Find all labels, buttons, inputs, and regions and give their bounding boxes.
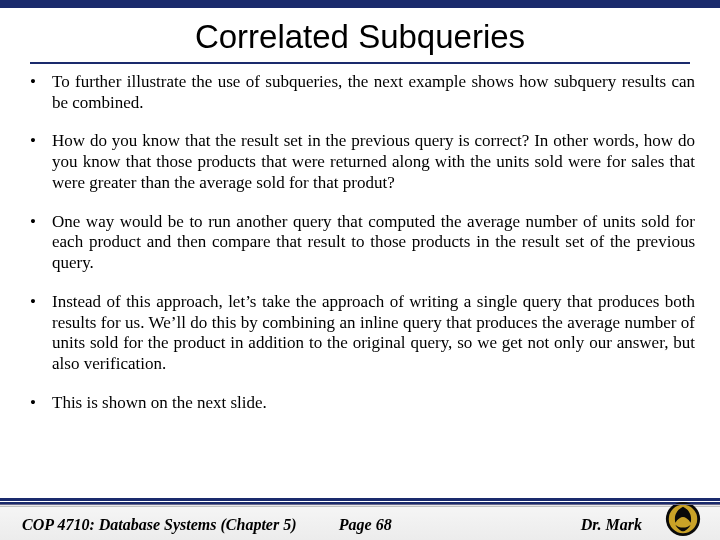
bullet-marker: •: [30, 72, 52, 113]
bullet-text: How do you know that the result set in t…: [52, 131, 695, 193]
footer-course: COP 4710: Database Systems (Chapter 5): [22, 516, 297, 534]
slide-body: • To further illustrate the use of subqu…: [30, 72, 695, 490]
top-accent-bar: [0, 0, 720, 8]
bullet-text: To further illustrate the use of subquer…: [52, 72, 695, 113]
title-underline: [30, 62, 690, 64]
bullet-marker: •: [30, 393, 52, 414]
footer-author: Dr. Mark: [581, 516, 642, 534]
footer: COP 4710: Database Systems (Chapter 5) P…: [0, 498, 720, 540]
bullet-item: • How do you know that the result set in…: [30, 131, 695, 193]
bullet-item: • One way would be to run another query …: [30, 212, 695, 274]
footer-inner: COP 4710: Database Systems (Chapter 5) P…: [0, 506, 720, 540]
bullet-item: • To further illustrate the use of subqu…: [30, 72, 695, 113]
slide: Correlated Subqueries • To further illus…: [0, 0, 720, 540]
bullet-text: This is shown on the next slide.: [52, 393, 695, 414]
bullet-item: • Instead of this approach, let’s take t…: [30, 292, 695, 375]
bullet-marker: •: [30, 212, 52, 274]
footer-page: Page 68: [339, 516, 392, 534]
bullet-marker: •: [30, 292, 52, 375]
bullet-marker: •: [30, 131, 52, 193]
ucf-pegasus-logo-icon: [664, 500, 702, 538]
slide-title: Correlated Subqueries: [0, 18, 720, 56]
bullet-text: One way would be to run another query th…: [52, 212, 695, 274]
bullet-text: Instead of this approach, let’s take the…: [52, 292, 695, 375]
bullet-item: • This is shown on the next slide.: [30, 393, 695, 414]
